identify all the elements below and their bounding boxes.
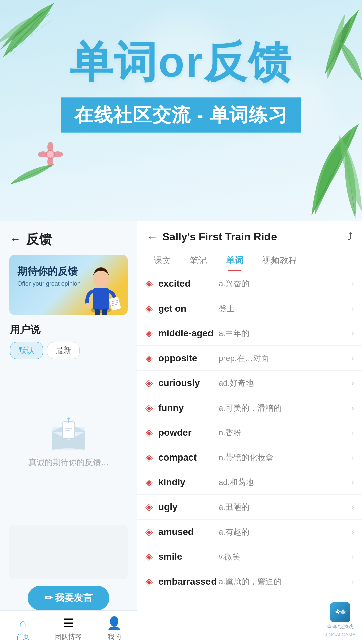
vocab-chevron-icon: › <box>351 279 354 288</box>
tab-notes[interactable]: 笔记 <box>180 250 217 271</box>
vocab-item[interactable]: ◈ smile v.微笑 › <box>137 544 362 569</box>
feedback-banner-main: 期待你的反馈 <box>17 265 81 278</box>
tab-lesson[interactable]: 课文 <box>144 250 180 271</box>
vocab-def: n.香粉 <box>219 427 351 438</box>
leaf-top-left <box>0 0 67 64</box>
svg-point-4 <box>52 151 63 157</box>
blog-icon: ☰ <box>63 616 74 630</box>
hero-section: 单词or反馈 在线社区交流 - 单词练习 <box>0 0 362 221</box>
vocab-word: opposite <box>158 353 219 364</box>
profile-icon: 👤 <box>107 616 122 630</box>
vocab-item[interactable]: ◈ amused a.有趣的 › <box>137 520 362 544</box>
vocab-item[interactable]: ◈ get on 登上 › <box>137 296 362 321</box>
vocab-def: 登上 <box>219 303 351 314</box>
svg-point-5 <box>47 151 54 158</box>
left-panel-title: 反馈 <box>26 231 52 248</box>
vocab-item[interactable]: ◈ kindly ad.和蔼地 › <box>137 470 362 495</box>
vocab-chevron-icon: › <box>351 403 354 413</box>
vocab-def: a.可美的，滑稽的 <box>219 402 351 413</box>
vocab-def: a.兴奋的 <box>219 278 351 289</box>
vocab-def: v.微笑 <box>219 551 351 562</box>
left-panel: ← 反馈 期待你的反馈 Offer your great opinion <box>0 221 137 644</box>
vocab-item[interactable]: ◈ middle-aged a.中年的 › <box>137 321 362 346</box>
vocab-def: ad.和蔼地 <box>219 477 351 488</box>
watermark-text2: JINGAI GAME <box>325 632 355 637</box>
watermark-text1: 今金钱游戏 <box>327 624 354 631</box>
vocab-list: ◈ excited a.兴奋的 › ◈ get on 登上 › ◈ middle… <box>137 271 362 644</box>
nav-label-blog: 团队博客 <box>55 632 82 641</box>
filter-tab-default[interactable]: 默认 <box>10 342 43 359</box>
vocab-word: excited <box>158 278 219 289</box>
speak-button[interactable]: ✏ 我要发言 <box>28 586 109 610</box>
sound-icon[interactable]: ◈ <box>145 377 153 388</box>
svg-rect-18 <box>63 422 75 438</box>
svg-rect-11 <box>109 297 121 311</box>
feedback-banner-text: 期待你的反馈 Offer your great opinion <box>17 265 81 287</box>
sound-icon[interactable]: ◈ <box>145 501 153 513</box>
sound-icon[interactable]: ◈ <box>145 551 153 562</box>
sound-icon[interactable]: ◈ <box>145 353 153 364</box>
vocab-def: prep.在…对面 <box>219 353 351 364</box>
nav-label-profile: 我的 <box>108 632 121 641</box>
share-icon[interactable]: ⤴ <box>348 231 353 243</box>
right-back-button[interactable]: ← <box>147 231 158 243</box>
vocab-chevron-icon: › <box>351 378 354 388</box>
tab-video[interactable]: 视频教程 <box>253 250 306 271</box>
svg-rect-15 <box>95 309 100 315</box>
svg-point-1 <box>47 142 53 152</box>
vocab-word: compact <box>158 452 219 463</box>
tab-vocab[interactable]: 单词 <box>217 250 253 271</box>
vocab-word: funny <box>158 402 219 413</box>
vocab-item[interactable]: ◈ funny a.可美的，滑稽的 › <box>137 395 362 420</box>
filter-tab-latest[interactable]: 最新 <box>47 342 80 359</box>
nav-item-blog[interactable]: ☰ 团队博客 <box>46 616 91 641</box>
vocab-chevron-icon: › <box>351 329 354 338</box>
vocab-item[interactable]: ◈ embarrassed a.尴尬的，窘迫的 › <box>137 569 362 594</box>
svg-point-9 <box>85 303 90 308</box>
vocab-item[interactable]: ◈ compact n.带镜的化妆盒 › <box>137 445 362 470</box>
svg-point-3 <box>38 151 48 157</box>
sound-icon[interactable]: ◈ <box>145 278 153 289</box>
sound-icon[interactable]: ◈ <box>145 526 153 537</box>
hero-subtitle-text: 在线社区交流 - 单词练习 <box>74 103 288 128</box>
svg-rect-16 <box>102 309 107 315</box>
comment-input-area <box>9 525 128 579</box>
vocab-item[interactable]: ◈ opposite prep.在…对面 › <box>137 346 362 371</box>
sound-icon[interactable]: ◈ <box>145 477 153 488</box>
nav-item-profile[interactable]: 👤 我的 <box>92 616 137 641</box>
vocab-item[interactable]: ◈ powder n.香粉 › <box>137 420 362 445</box>
vocab-word: embarrassed <box>158 576 219 587</box>
sound-icon[interactable]: ◈ <box>145 328 153 339</box>
leaf-bottom-left <box>7 161 57 201</box>
sound-icon[interactable]: ◈ <box>145 427 153 438</box>
vocab-chevron-icon: › <box>351 304 354 313</box>
vocab-word: ugly <box>158 502 219 513</box>
vocab-chevron-icon: › <box>351 354 354 363</box>
svg-rect-7 <box>93 288 109 310</box>
left-back-button[interactable]: ← <box>10 233 21 246</box>
watermark-logo: 今金 <box>330 602 350 622</box>
sound-icon[interactable]: ◈ <box>145 402 153 413</box>
nav-label-home: 首页 <box>16 632 29 641</box>
sound-icon[interactable]: ◈ <box>145 303 153 314</box>
vocab-item[interactable]: ◈ ugly a.丑陋的 › <box>137 495 362 520</box>
vocab-word: smile <box>158 551 219 562</box>
right-panel-title: Sally's First Train Ride <box>162 231 343 243</box>
right-panel: ← Sally's First Train Ride ⤴ 课文 笔记 单词 视频… <box>137 221 362 644</box>
section-label: 用户说 <box>0 323 137 342</box>
vocab-def: a.丑陋的 <box>219 502 351 513</box>
bottom-nav: ⌂ 首页 ☰ 团队博客 👤 我的 <box>0 610 137 644</box>
vocab-item[interactable]: ◈ curiously ad.好奇地 › <box>137 371 362 395</box>
nav-item-home[interactable]: ⌂ 首页 <box>0 616 46 641</box>
sound-icon[interactable]: ◈ <box>145 576 153 587</box>
vocab-chevron-icon: › <box>351 502 354 512</box>
left-panel-header: ← 反馈 <box>0 221 137 255</box>
vocab-chevron-icon: › <box>351 577 354 586</box>
vocab-def: n.带镜的化妆盒 <box>219 452 351 463</box>
vocab-chevron-icon: › <box>351 478 354 487</box>
filter-tabs: 默认 最新 <box>0 342 137 366</box>
sound-icon[interactable]: ◈ <box>145 452 153 463</box>
vocab-item[interactable]: ◈ excited a.兴奋的 › <box>137 271 362 296</box>
watermark: 今金 今金钱游戏 JINGAI GAME <box>325 602 355 637</box>
vocab-def: ad.好奇地 <box>219 378 351 388</box>
